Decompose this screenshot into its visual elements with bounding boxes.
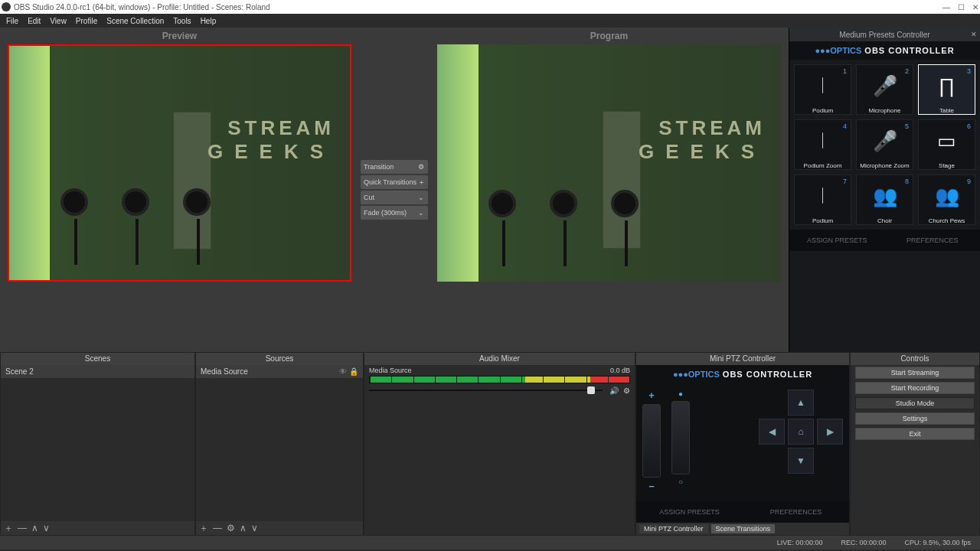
volume-slider[interactable] [369,390,603,391]
podium-icon: 𝄀 [822,175,823,217]
move-down-button[interactable]: ∨ [43,523,50,533]
mixer-channel: Media Source0.0 dB 🔊 ⚙ [364,365,635,397]
lock-icon[interactable]: 🔒 [349,367,358,376]
menubar: File Edit View Profile Scene Collection … [0,14,980,28]
status-live: LIVE: 00:00:00 [777,539,823,546]
gear-icon[interactable]: ⚙ [417,163,425,171]
transition-button[interactable]: Transition⚙ [361,160,428,174]
focus-slider[interactable] [671,401,690,474]
menu-edit[interactable]: Edit [28,17,41,25]
source-settings-button[interactable]: ⚙ [227,523,235,533]
gear-icon[interactable]: ⚙ [623,386,630,395]
preset-1[interactable]: 1𝄀Podium [794,64,851,115]
dpad-home-button[interactable]: ⌂ [788,419,814,445]
menu-tools[interactable]: Tools [173,17,191,25]
preset-7[interactable]: 7𝄀Podium [794,174,851,225]
menu-profile[interactable]: Profile [76,17,97,25]
mixer-source-name: Media Source [369,367,412,374]
table-icon: ∏ [939,65,955,107]
controls-title[interactable]: Controls [851,353,979,365]
preferences-button[interactable]: PREFERENCES [885,230,981,251]
menu-scene-collection[interactable]: Scene Collection [106,17,164,25]
dpad-left-button[interactable]: ◀ [759,419,785,445]
menu-help[interactable]: Help [201,17,217,25]
exit-button[interactable]: Exit [855,428,975,440]
add-scene-button[interactable]: ＋ [4,522,13,535]
move-down-button[interactable]: ∨ [251,523,258,533]
wall-sign: STREAMGEEKS [639,116,766,164]
remove-source-button[interactable]: — [213,523,222,533]
window-minimize-button[interactable]: — [942,3,950,11]
ptz-title[interactable]: Mini PTZ Controller [636,353,849,365]
focus-near-button[interactable]: ● [678,390,683,398]
preset-3[interactable]: 3∏Table [918,64,975,115]
controller-brand-banner: ●●●OPTICS OBS CONTROLLER [789,41,980,60]
scenes-title[interactable]: Scenes [1,353,194,365]
ptz-assign-presets-button[interactable]: ASSIGN PRESETS [636,501,743,523]
preset-4[interactable]: 4𝄀Podium Zoom [794,119,851,170]
dpad-right-button[interactable]: ▶ [817,419,843,445]
assign-presets-button[interactable]: ASSIGN PRESETS [789,230,885,251]
transition-fade[interactable]: Fade (300ms)⌄ [361,206,428,220]
preset-2[interactable]: 2🎤Microphone [856,64,913,115]
menu-file[interactable]: File [6,17,18,25]
dock-close-icon[interactable]: ✕ [971,31,977,38]
preset-6[interactable]: 6▭Stage [918,119,975,170]
window-titlebar: OBS Studio 24.0.0-rc1 (64-bit, windows) … [0,0,980,14]
dpad-up-button[interactable]: ▲ [788,390,814,416]
window-maximize-button[interactable]: ☐ [958,3,965,11]
tab-mini-ptz[interactable]: Mini PTZ Controller [639,524,708,533]
add-source-button[interactable]: ＋ [199,522,208,535]
zoom-in-button[interactable]: + [648,390,655,401]
source-item[interactable]: Media Source 👁 🔒 [196,365,363,378]
microphone-icon: 🎤 [873,65,897,107]
preset-8[interactable]: 8👥Choir [856,174,913,225]
scene-item[interactable]: Scene 2 [1,365,194,378]
presets-dock-title[interactable]: Medium Presets Controller✕ [789,28,980,41]
controls-dock: Controls Start Streaming Start Recording… [850,352,980,536]
status-bar: LIVE: 00:00:00 REC: 00:00:00 CPU: 9.5%, … [0,536,980,549]
preset-9[interactable]: 9👥Church Pews [918,174,975,225]
presets-controller-dock: Medium Presets Controller✕ ●●●OPTICS OBS… [789,28,980,352]
sources-title[interactable]: Sources [196,353,363,365]
window-close-button[interactable]: ✕ [972,3,978,11]
preset-5[interactable]: 5🎤Microphone Zoom [856,119,913,170]
chevron-down-icon: ⌄ [417,209,425,217]
dpad-down-button[interactable]: ▼ [788,448,814,474]
status-rec: REC: 00:00:00 [841,539,886,546]
quick-transitions-label: Quick Transitions＋ [361,175,428,189]
zoom-slider[interactable] [642,404,661,478]
stage-icon: ▭ [937,120,956,162]
remove-scene-button[interactable]: — [18,523,27,533]
start-recording-button[interactable]: Start Recording [855,382,975,394]
tab-scene-transitions[interactable]: Scene Transitions [711,524,776,533]
microphone-icon: 🎤 [873,120,897,162]
focus-far-button[interactable]: ○ [678,478,683,486]
ptz-dock: Mini PTZ Controller ●●●OPTICS OBS CONTRO… [635,352,850,536]
choir-icon: 👥 [873,175,897,217]
move-up-button[interactable]: ∧ [240,523,247,533]
wall-sign: STREAMGEEKS [207,116,335,164]
pews-icon: 👥 [935,175,959,217]
settings-button[interactable]: Settings [855,412,975,425]
menu-view[interactable]: View [50,17,67,25]
preview-viewport[interactable]: STREAMGEEKS [8,44,351,282]
program-viewport[interactable]: STREAMGEEKS [437,44,781,282]
mixer-title[interactable]: Audio Mixer [364,353,635,365]
mute-icon[interactable]: 🔊 [609,386,619,395]
ptz-preferences-button[interactable]: PREFERENCES [743,501,849,523]
program-title: Program [430,28,789,44]
zoom-out-button[interactable]: − [648,481,655,492]
microphones-graphic [488,190,642,274]
ptz-tabs: Mini PTZ Controller Scene Transitions [636,523,849,535]
plus-icon[interactable]: ＋ [417,178,425,187]
transition-panel: Transition⚙ Quick Transitions＋ Cut⌄ Fade… [359,28,430,352]
start-streaming-button[interactable]: Start Streaming [855,367,975,379]
ptz-brand-banner: ●●●OPTICS OBS CONTROLLER [636,365,849,383]
audio-meter [369,376,630,383]
preview-title: Preview [0,28,359,44]
move-up-button[interactable]: ∧ [31,523,38,533]
studio-mode-button[interactable]: Studio Mode [855,397,975,409]
visibility-icon[interactable]: 👁 [339,367,347,376]
transition-cut[interactable]: Cut⌄ [361,191,428,204]
